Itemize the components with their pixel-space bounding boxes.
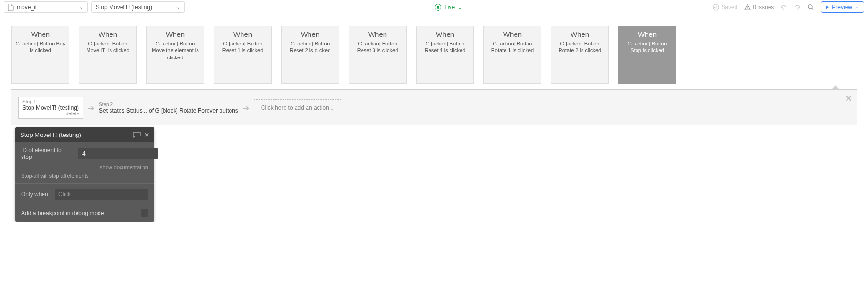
step-strip-container: ✕ Step 1 Stop MoveIT! (testing) delete ➔…	[0, 89, 868, 125]
chevron-down-icon: ⌄	[176, 4, 180, 10]
card-desc: G [action] Button Rotate 1 is clicked	[487, 40, 538, 54]
divider	[15, 183, 154, 184]
card-desc: G [action] Button Reset 2 is clicked	[285, 40, 336, 54]
workflow-card[interactable]: WhenG [action] Button Rotate 2 is clicke…	[551, 26, 609, 84]
warning-icon	[744, 4, 751, 11]
only-when-row: Only when	[21, 189, 148, 200]
step-body: Stop MoveIT! (testing)	[22, 104, 79, 111]
card-when: When	[419, 30, 471, 38]
card-desc: G [action] Button Buy is clicked	[15, 40, 66, 54]
top-bar: move_it ⌄ Stop MoveIT! (testing) ⌄ Live …	[0, 0, 868, 14]
card-when: When	[352, 30, 403, 38]
search-button[interactable]	[807, 4, 814, 11]
workflow-cards: WhenG [action] Button Buy is clickedWhen…	[0, 14, 868, 89]
right-tools: Saved 0 issues Preview ⌄	[713, 1, 864, 13]
panel-header[interactable]: Stop MoveIT! (testing) ✕	[15, 127, 154, 142]
panel-title: Stop MoveIT! (testing)	[20, 131, 81, 138]
page-name: move_it	[17, 4, 37, 11]
card-when: When	[15, 30, 66, 38]
undo-icon	[780, 4, 787, 11]
show-documentation-link[interactable]: show documentation	[21, 164, 148, 170]
live-status[interactable]: Live ⌄	[431, 1, 466, 13]
svg-line-4	[812, 8, 813, 10]
search-icon	[807, 4, 814, 11]
redo-button[interactable]	[794, 4, 801, 11]
breakpoint-row: Add a breakpoint in debug mode	[21, 209, 148, 217]
workflow-card[interactable]: WhenG [action] Button Stop is clicked	[618, 26, 676, 84]
workflow-card[interactable]: WhenG [action] Button Reset 1 is clicked	[214, 26, 272, 84]
breakpoint-checkbox[interactable]	[141, 209, 148, 217]
redo-icon	[794, 4, 801, 11]
card-when: When	[285, 30, 336, 38]
svg-point-3	[808, 5, 812, 9]
arrow-right-icon: ➔	[88, 103, 94, 113]
card-desc: G [action] Button Stop is clicked	[622, 40, 673, 54]
card-when: When	[622, 30, 673, 38]
step-label: Step 1	[22, 99, 79, 104]
undo-button[interactable]	[780, 4, 787, 11]
saved-status: Saved	[713, 4, 737, 11]
step-label: Step 2	[99, 102, 238, 107]
svg-point-2	[747, 8, 748, 9]
close-icon[interactable]: ✕	[144, 132, 149, 138]
close-icon[interactable]: ✕	[846, 94, 852, 103]
panel-note: Stop-all will stop all elements	[21, 173, 148, 179]
field-label: ID of element to stop	[21, 147, 74, 160]
card-when: When	[82, 30, 133, 38]
issues-status[interactable]: 0 issues	[744, 4, 774, 11]
chevron-down-icon: ⌄	[855, 4, 859, 10]
live-label: Live	[444, 4, 455, 11]
file-icon	[8, 4, 14, 11]
card-when: When	[150, 30, 201, 38]
workflow-card[interactable]: WhenG [action] Button Reset 3 is clicked	[349, 26, 407, 84]
target-icon	[435, 4, 441, 11]
divider	[15, 204, 154, 204]
card-desc: G [action] Button Move the element is cl…	[150, 40, 201, 61]
check-icon	[713, 4, 719, 11]
play-icon	[826, 5, 829, 9]
field-label: Only when	[21, 191, 50, 198]
workflow-card[interactable]: WhenG [action] Button Reset 2 is clicked	[281, 26, 339, 84]
id-input[interactable]	[78, 148, 158, 159]
chevron-down-icon: ⌄	[458, 4, 462, 11]
page-dropdown[interactable]: move_it ⌄	[4, 1, 88, 13]
card-desc: G [action] Button Reset 3 is clicked	[352, 40, 403, 54]
workflow-card[interactable]: WhenG [action] Button Buy is clicked	[11, 26, 69, 84]
card-desc: G [action] Button Reset 1 is clicked	[217, 40, 268, 54]
svg-point-0	[713, 4, 719, 10]
comment-icon[interactable]	[133, 132, 141, 138]
step-strip: ✕ Step 1 Stop MoveIT! (testing) delete ➔…	[11, 89, 857, 125]
chevron-down-icon: ⌄	[79, 4, 83, 10]
field-id-row: ID of element to stop	[21, 147, 148, 160]
arrow-right-icon: ➔	[243, 103, 249, 113]
property-panel: Stop MoveIT! (testing) ✕ ID of element t…	[15, 127, 154, 222]
step-1-card[interactable]: Step 1 Stop MoveIT! (testing) delete	[18, 97, 83, 119]
step-2-card[interactable]: Step 2 Set states Status... of G [block]…	[99, 102, 238, 114]
step-body: Set states Status... of G [block] Rotate…	[99, 107, 238, 114]
delete-link[interactable]: delete	[22, 111, 79, 116]
preview-button[interactable]: Preview ⌄	[821, 1, 864, 13]
card-when: When	[217, 30, 268, 38]
workflow-card[interactable]: WhenG [action] Button Move IT! is clicke…	[79, 26, 137, 84]
workflow-dropdown[interactable]: Stop MoveIT! (testing) ⌄	[91, 1, 185, 13]
workflow-name: Stop MoveIT! (testing)	[96, 4, 152, 11]
workflow-card[interactable]: WhenG [action] Button Rotate 1 is clicke…	[483, 26, 541, 84]
add-action-button[interactable]: Click here to add an action...	[254, 99, 341, 116]
only-when-input[interactable]	[55, 189, 148, 200]
card-when: When	[554, 30, 605, 38]
field-label: Add a breakpoint in debug mode	[21, 210, 104, 216]
workflow-card[interactable]: WhenG [action] Button Move the element i…	[146, 26, 204, 84]
card-desc: G [action] Button Rotate 2 is clicked	[554, 40, 605, 54]
workflow-card[interactable]: WhenG [action] Button Reset 4 is clicked	[416, 26, 474, 84]
card-when: When	[487, 30, 538, 38]
card-desc: G [action] Button Move IT! is clicked	[82, 40, 133, 54]
card-desc: G [action] Button Reset 4 is clicked	[419, 40, 471, 54]
